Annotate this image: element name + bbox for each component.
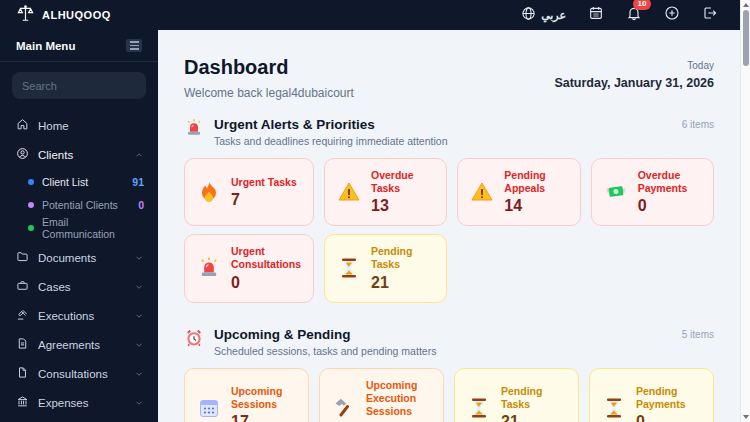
card-label: Pending Payments xyxy=(636,385,701,411)
language-label: عربي xyxy=(541,9,566,22)
sidebar-item-label: Home xyxy=(38,120,69,132)
scrollbar-thumb[interactable] xyxy=(743,10,749,66)
collapse-menu-icon[interactable] xyxy=(126,39,142,52)
section-urgent-alerts: Urgent Alerts & Priorities Tasks and dea… xyxy=(184,117,714,303)
page-header: Dashboard Welcome back legal4dubaicourt … xyxy=(184,56,714,100)
card-label: Urgent Tasks xyxy=(231,176,297,189)
sidebar-item-label: Documents xyxy=(38,252,96,264)
sidebar: Main Menu Home xyxy=(0,30,158,422)
sidebar-search[interactable] xyxy=(12,72,146,99)
calendar-icon xyxy=(197,396,221,420)
card-pending-tasks[interactable]: Pending Tasks 21 xyxy=(324,234,447,302)
globe-icon xyxy=(521,6,536,25)
card-overdue-payments[interactable]: Overdue Payments 0 xyxy=(591,158,714,226)
urgent-cards-grid: Urgent Tasks 7 Overdue Tasks 13 xyxy=(184,158,714,303)
sidebar-item-inbox[interactable]: Inbox xyxy=(0,417,158,422)
card-urgent-tasks[interactable]: Urgent Tasks 7 xyxy=(184,158,314,226)
upcoming-cards-grid: Upcoming Sessions 17 Upcoming Execution … xyxy=(184,368,714,422)
gavel-icon xyxy=(16,307,29,325)
card-label: Upcoming Sessions xyxy=(231,385,296,411)
card-label: Overdue Payments xyxy=(638,169,701,195)
card-pending-payments[interactable]: Pending Payments 0 xyxy=(589,368,714,422)
card-label: Pending Appeals xyxy=(504,169,567,195)
card-value: 14 xyxy=(504,197,567,215)
blue-dot-icon xyxy=(28,179,34,185)
sidebar-header: Main Menu xyxy=(0,30,158,62)
logout-icon xyxy=(702,5,718,25)
today-label: Today xyxy=(554,60,714,71)
section-upcoming-pending: Upcoming & Pending Scheduled sessions, t… xyxy=(184,327,714,422)
purple-dot-icon xyxy=(28,202,34,208)
sidebar-item-home[interactable]: Home xyxy=(0,111,158,140)
card-urgent-consultations[interactable]: Urgent Consultations 0 xyxy=(184,234,314,302)
siren-icon xyxy=(197,256,221,280)
add-new-button[interactable] xyxy=(664,5,680,25)
potential-clients-count-badge: 0 xyxy=(138,199,144,211)
sidebar-item-potential-clients[interactable]: Potential Clients 0 xyxy=(0,193,158,216)
siren-icon xyxy=(184,117,206,142)
section-subtitle: Scheduled sessions, tasks and pending ma… xyxy=(214,345,436,357)
hourglass-icon xyxy=(467,396,491,420)
chevron-down-icon xyxy=(134,253,144,263)
sidebar-subitem-label: Client List xyxy=(42,176,88,188)
vertical-scrollbar[interactable] xyxy=(740,0,750,422)
card-pending-appeals[interactable]: Pending Appeals 14 xyxy=(457,158,580,226)
briefcase-icon xyxy=(16,278,29,296)
language-switcher[interactable]: عربي xyxy=(521,6,566,25)
page-title: Dashboard xyxy=(184,56,354,79)
logout-button[interactable] xyxy=(702,5,718,25)
section-items-count: 6 items xyxy=(682,117,714,130)
calendar-button[interactable] xyxy=(588,5,604,25)
hammer-icon xyxy=(332,396,356,420)
sidebar-item-email-communication[interactable]: Email Communication xyxy=(0,216,158,239)
fire-icon xyxy=(197,180,221,204)
card-upcoming-sessions[interactable]: Upcoming Sessions 17 xyxy=(184,368,309,422)
sidebar-item-agreements[interactable]: Agreements xyxy=(0,330,158,359)
notifications-button[interactable]: 10 xyxy=(626,5,642,25)
sidebar-item-cases[interactable]: Cases xyxy=(0,272,158,301)
file-icon xyxy=(16,365,29,383)
chevron-up-icon xyxy=(134,150,144,160)
card-value: 0 xyxy=(231,274,301,292)
card-label: Pending Tasks xyxy=(501,385,566,411)
sidebar-item-label: Clients xyxy=(38,149,73,161)
search-input[interactable] xyxy=(22,80,158,92)
sidebar-item-executions[interactable]: Executions xyxy=(0,301,158,330)
welcome-text: Welcome back legal4dubaicourt xyxy=(184,86,354,100)
file-text-icon xyxy=(16,336,29,354)
scroll-down-arrow-icon[interactable] xyxy=(741,412,750,422)
sidebar-subitem-label: Potential Clients xyxy=(42,199,118,211)
sidebar-item-clients[interactable]: Clients xyxy=(0,140,158,169)
card-upcoming-execution-sessions[interactable]: Upcoming Execution Sessions 0 xyxy=(319,368,444,422)
sidebar-subitem-label: Email Communication xyxy=(42,216,144,240)
hourglass-icon xyxy=(602,396,626,420)
card-overdue-tasks[interactable]: Overdue Tasks 13 xyxy=(324,158,447,226)
folder-icon xyxy=(16,249,29,267)
top-bar: ALHUQOOQ عربي xyxy=(0,0,740,30)
green-dot-icon xyxy=(28,225,34,231)
warning-icon xyxy=(470,180,494,204)
sidebar-item-label: Consultations xyxy=(38,368,108,380)
card-value: 7 xyxy=(231,191,297,209)
plus-circle-icon xyxy=(664,5,680,25)
main-content: Dashboard Welcome back legal4dubaicourt … xyxy=(158,30,740,422)
sidebar-item-client-list[interactable]: Client List 91 xyxy=(0,170,158,193)
main-menu-label: Main Menu xyxy=(16,40,75,52)
sidebar-item-label: Cases xyxy=(38,281,71,293)
section-header: Urgent Alerts & Priorities Tasks and dea… xyxy=(184,117,714,147)
sidebar-item-label: Agreements xyxy=(38,339,100,351)
section-title: Urgent Alerts & Priorities xyxy=(214,117,447,132)
card-pending-tasks[interactable]: Pending Tasks 21 xyxy=(454,368,579,422)
chevron-down-icon xyxy=(134,311,144,321)
card-label: Pending Tasks xyxy=(371,245,434,271)
card-value: 21 xyxy=(371,274,434,292)
scroll-up-arrow-icon[interactable] xyxy=(741,0,750,10)
brand-name: ALHUQOOQ xyxy=(42,9,111,21)
sidebar-item-consultations[interactable]: Consultations xyxy=(0,359,158,388)
chevron-down-icon xyxy=(134,282,144,292)
brand-logo: ALHUQOOQ xyxy=(0,4,158,27)
card-value: 13 xyxy=(371,197,434,215)
sidebar-item-documents[interactable]: Documents xyxy=(0,243,158,272)
money-wings-icon xyxy=(604,180,628,204)
sidebar-item-expenses[interactable]: Expenses xyxy=(0,388,158,417)
